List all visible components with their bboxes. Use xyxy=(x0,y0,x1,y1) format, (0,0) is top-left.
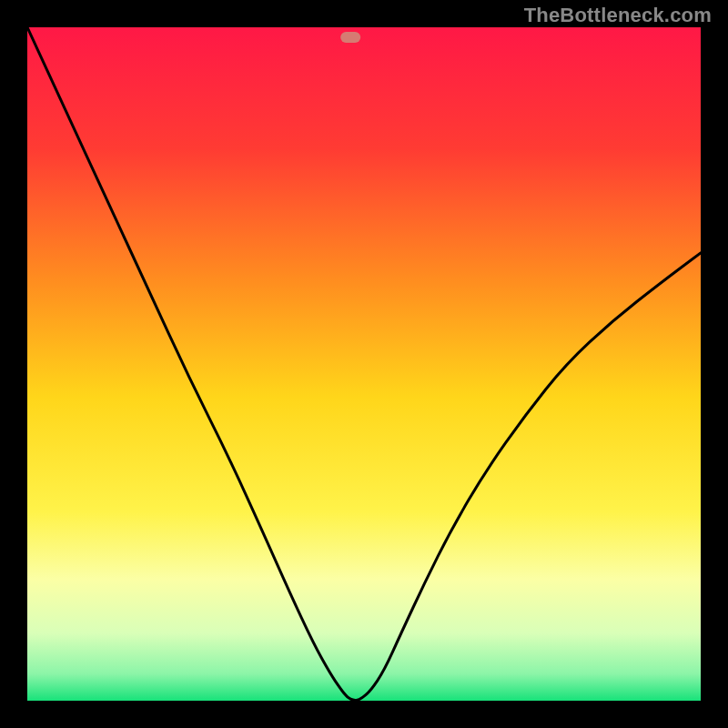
optimal-marker xyxy=(340,32,360,43)
bottleneck-chart xyxy=(27,27,701,701)
chart-frame: TheBottleneck.com xyxy=(0,0,728,728)
watermark-text: TheBottleneck.com xyxy=(524,4,712,27)
gradient-background xyxy=(27,27,701,701)
